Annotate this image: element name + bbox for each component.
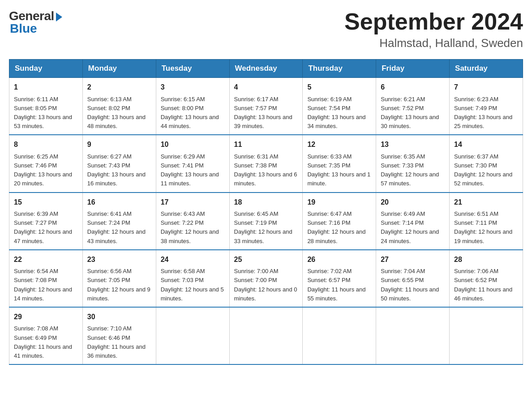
day-number: 3 [161, 81, 225, 93]
day-number: 21 [454, 197, 518, 208]
day-info: Sunrise: 6:15 AMSunset: 8:00 PMDaylight:… [161, 95, 225, 131]
weekday-header-saturday: Saturday [450, 60, 523, 78]
day-number: 5 [307, 81, 371, 93]
day-info: Sunrise: 6:56 AMSunset: 7:05 PMDaylight:… [87, 267, 151, 303]
day-number: 1 [14, 81, 78, 93]
calendar-day-cell: 6Sunrise: 6:21 AMSunset: 7:52 PMDaylight… [376, 78, 450, 135]
day-info: Sunrise: 6:49 AMSunset: 7:14 PMDaylight:… [381, 210, 445, 246]
calendar-day-cell: 27Sunrise: 7:04 AMSunset: 6:55 PMDayligh… [376, 250, 450, 307]
day-number: 26 [307, 254, 371, 265]
calendar-day-cell: 23Sunrise: 6:56 AMSunset: 7:05 PMDayligh… [82, 250, 156, 307]
calendar-day-cell: 15Sunrise: 6:39 AMSunset: 7:27 PMDayligh… [9, 193, 83, 250]
weekday-header-row: SundayMondayTuesdayWednesdayThursdayFrid… [9, 60, 523, 78]
day-number: 6 [381, 81, 445, 93]
calendar-day-cell: 8Sunrise: 6:25 AMSunset: 7:46 PMDaylight… [9, 135, 83, 192]
day-info: Sunrise: 6:37 AMSunset: 7:30 PMDaylight:… [454, 152, 518, 188]
day-info: Sunrise: 6:13 AMSunset: 8:02 PMDaylight:… [87, 95, 151, 131]
calendar-day-cell: 17Sunrise: 6:43 AMSunset: 7:22 PMDayligh… [156, 193, 229, 250]
day-info: Sunrise: 7:06 AMSunset: 6:52 PMDaylight:… [454, 267, 518, 303]
day-info: Sunrise: 6:47 AMSunset: 7:16 PMDaylight:… [307, 210, 371, 246]
day-info: Sunrise: 6:54 AMSunset: 7:08 PMDaylight:… [14, 267, 78, 303]
day-info: Sunrise: 6:27 AMSunset: 7:43 PMDaylight:… [87, 152, 151, 188]
day-info: Sunrise: 6:43 AMSunset: 7:22 PMDaylight:… [161, 210, 225, 246]
calendar-title: September 2024 [344, 9, 523, 34]
day-number: 9 [87, 139, 151, 150]
day-number: 18 [234, 197, 298, 208]
title-block: September 2024 Halmstad, Halland, Sweden [344, 9, 523, 50]
day-info: Sunrise: 6:29 AMSunset: 7:41 PMDaylight:… [161, 152, 225, 188]
calendar-day-cell: 9Sunrise: 6:27 AMSunset: 7:43 PMDaylight… [82, 135, 156, 192]
calendar-day-cell: 3Sunrise: 6:15 AMSunset: 8:00 PMDaylight… [156, 78, 229, 135]
page-header: General Blue September 2024 Halmstad, Ha… [9, 9, 523, 50]
calendar-day-cell: 11Sunrise: 6:31 AMSunset: 7:38 PMDayligh… [229, 135, 303, 192]
weekday-header-tuesday: Tuesday [156, 60, 229, 78]
day-info: Sunrise: 6:39 AMSunset: 7:27 PMDaylight:… [14, 210, 78, 246]
day-number: 12 [307, 139, 371, 150]
calendar-day-cell: 14Sunrise: 6:37 AMSunset: 7:30 PMDayligh… [450, 135, 523, 192]
logo: General Blue [9, 9, 62, 36]
calendar-day-cell: 20Sunrise: 6:49 AMSunset: 7:14 PMDayligh… [376, 193, 450, 250]
day-info: Sunrise: 6:33 AMSunset: 7:35 PMDaylight:… [307, 152, 371, 188]
calendar-day-cell: 5Sunrise: 6:19 AMSunset: 7:54 PMDaylight… [303, 78, 376, 135]
day-number: 29 [14, 311, 78, 323]
day-info: Sunrise: 6:31 AMSunset: 7:38 PMDaylight:… [234, 152, 298, 188]
day-number: 14 [454, 139, 518, 150]
calendar-day-cell: 30Sunrise: 7:10 AMSunset: 6:46 PMDayligh… [82, 307, 156, 364]
calendar-day-cell: 16Sunrise: 6:41 AMSunset: 7:24 PMDayligh… [82, 193, 156, 250]
calendar-day-cell: 12Sunrise: 6:33 AMSunset: 7:35 PMDayligh… [303, 135, 376, 192]
calendar-day-cell [229, 307, 303, 364]
day-info: Sunrise: 6:58 AMSunset: 7:03 PMDaylight:… [161, 267, 225, 303]
day-info: Sunrise: 6:21 AMSunset: 7:52 PMDaylight:… [381, 95, 445, 131]
calendar-table: SundayMondayTuesdayWednesdayThursdayFrid… [9, 59, 523, 365]
calendar-day-cell [303, 307, 376, 364]
weekday-header-monday: Monday [82, 60, 156, 78]
day-number: 10 [161, 139, 225, 150]
calendar-day-cell [376, 307, 450, 364]
day-number: 17 [161, 197, 225, 208]
day-info: Sunrise: 7:10 AMSunset: 6:46 PMDaylight:… [87, 324, 151, 360]
day-info: Sunrise: 6:23 AMSunset: 7:49 PMDaylight:… [454, 95, 518, 131]
calendar-day-cell: 13Sunrise: 6:35 AMSunset: 7:33 PMDayligh… [376, 135, 450, 192]
day-number: 13 [381, 139, 445, 150]
day-number: 15 [14, 197, 78, 208]
day-number: 2 [87, 81, 151, 93]
day-info: Sunrise: 7:00 AMSunset: 7:00 PMDaylight:… [234, 267, 298, 303]
calendar-day-cell: 26Sunrise: 7:02 AMSunset: 6:57 PMDayligh… [303, 250, 376, 307]
logo-blue-text: Blue [9, 21, 62, 36]
calendar-week-row: 15Sunrise: 6:39 AMSunset: 7:27 PMDayligh… [9, 193, 523, 250]
calendar-day-cell: 7Sunrise: 6:23 AMSunset: 7:49 PMDaylight… [450, 78, 523, 135]
day-number: 8 [14, 139, 78, 150]
calendar-day-cell: 21Sunrise: 6:51 AMSunset: 7:11 PMDayligh… [450, 193, 523, 250]
day-number: 30 [87, 311, 151, 323]
calendar-day-cell: 24Sunrise: 6:58 AMSunset: 7:03 PMDayligh… [156, 250, 229, 307]
day-number: 24 [161, 254, 225, 265]
weekday-header-sunday: Sunday [9, 60, 83, 78]
day-number: 19 [307, 197, 371, 208]
calendar-day-cell: 2Sunrise: 6:13 AMSunset: 8:02 PMDaylight… [82, 78, 156, 135]
day-info: Sunrise: 7:02 AMSunset: 6:57 PMDaylight:… [307, 267, 371, 303]
day-info: Sunrise: 6:45 AMSunset: 7:19 PMDaylight:… [234, 210, 298, 246]
calendar-day-cell: 10Sunrise: 6:29 AMSunset: 7:41 PMDayligh… [156, 135, 229, 192]
calendar-day-cell: 1Sunrise: 6:11 AMSunset: 8:05 PMDaylight… [9, 78, 83, 135]
day-info: Sunrise: 7:08 AMSunset: 6:49 PMDaylight:… [14, 324, 78, 360]
weekday-header-wednesday: Wednesday [229, 60, 303, 78]
weekday-header-friday: Friday [376, 60, 450, 78]
day-info: Sunrise: 6:35 AMSunset: 7:33 PMDaylight:… [381, 152, 445, 188]
day-info: Sunrise: 6:25 AMSunset: 7:46 PMDaylight:… [14, 152, 78, 188]
day-number: 20 [381, 197, 445, 208]
day-number: 23 [87, 254, 151, 265]
weekday-header-thursday: Thursday [303, 60, 376, 78]
calendar-day-cell: 18Sunrise: 6:45 AMSunset: 7:19 PMDayligh… [229, 193, 303, 250]
day-info: Sunrise: 7:04 AMSunset: 6:55 PMDaylight:… [381, 267, 445, 303]
calendar-week-row: 8Sunrise: 6:25 AMSunset: 7:46 PMDaylight… [9, 135, 523, 192]
calendar-day-cell [156, 307, 229, 364]
calendar-location: Halmstad, Halland, Sweden [344, 36, 523, 50]
day-info: Sunrise: 6:51 AMSunset: 7:11 PMDaylight:… [454, 210, 518, 246]
day-info: Sunrise: 6:11 AMSunset: 8:05 PMDaylight:… [14, 95, 78, 131]
calendar-day-cell: 4Sunrise: 6:17 AMSunset: 7:57 PMDaylight… [229, 78, 303, 135]
calendar-week-row: 1Sunrise: 6:11 AMSunset: 8:05 PMDaylight… [9, 78, 523, 135]
day-info: Sunrise: 6:17 AMSunset: 7:57 PMDaylight:… [234, 95, 298, 131]
day-number: 4 [234, 81, 298, 93]
calendar-day-cell [450, 307, 523, 364]
logo-arrow-icon [56, 13, 62, 21]
